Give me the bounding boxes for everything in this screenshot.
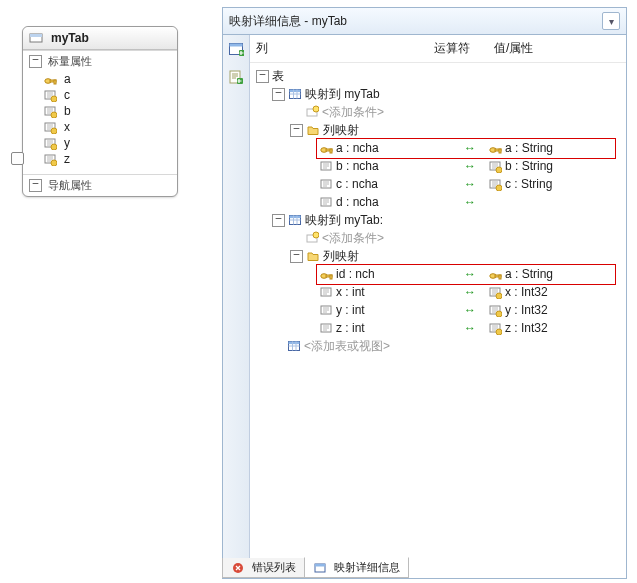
- mapping-icon: [313, 561, 327, 575]
- entity-property[interactable]: c: [43, 87, 171, 103]
- tab-mapping-details[interactable]: 映射详细信息: [304, 557, 409, 578]
- entity-designer-box[interactable]: myTab − 标量属性 acbxyz − 导航属性: [22, 26, 178, 197]
- svg-rect-1: [30, 34, 42, 37]
- add-table-view[interactable]: <添加表或视图>: [256, 337, 622, 355]
- svg-point-23: [313, 106, 319, 112]
- property-name: c: [64, 88, 70, 102]
- header-value: 值/属性: [494, 40, 626, 57]
- add-condition[interactable]: <添加条件>: [256, 229, 622, 247]
- svg-rect-16: [230, 44, 243, 47]
- svg-point-55: [496, 329, 502, 335]
- mapping-row[interactable]: b : ncha↔b : String: [256, 157, 622, 175]
- mapping-details-panel: 映射详细信息 - myTab ▾ 列 运算符 值/属性 −表−映射到 myT: [222, 7, 627, 579]
- column-headers: 列 运算符 值/属性: [250, 35, 626, 63]
- section-label: 导航属性: [48, 178, 92, 193]
- svg-rect-38: [290, 216, 301, 219]
- entity-icon: [29, 31, 43, 45]
- svg-point-32: [496, 167, 502, 173]
- mapping-row[interactable]: y : int↔y : Int32: [256, 301, 622, 319]
- svg-point-8: [51, 112, 57, 118]
- svg-rect-57: [289, 342, 300, 345]
- property-icon: [488, 177, 502, 191]
- mapping-row[interactable]: c : ncha↔c : String: [256, 175, 622, 193]
- property-name: a: [64, 72, 71, 86]
- mapping-row[interactable]: z : int↔z : Int32: [256, 319, 622, 337]
- tab-label: 错误列表: [252, 560, 296, 575]
- column-icon: [319, 285, 333, 299]
- folder-icon: [306, 123, 320, 137]
- svg-point-6: [51, 96, 57, 102]
- property-icon: [43, 104, 57, 118]
- property-name: b: [64, 104, 71, 118]
- tab-error-list[interactable]: 错误列表: [222, 558, 305, 578]
- panel-title-bar[interactable]: 映射详细信息 - myTab ▾: [223, 8, 626, 35]
- root-label: 表: [272, 67, 284, 85]
- entity-property[interactable]: z: [43, 151, 171, 167]
- collapse-icon[interactable]: −: [272, 88, 285, 101]
- bottom-tab-bar: 错误列表 映射详细信息: [222, 557, 626, 578]
- property-icon: [488, 321, 502, 335]
- toolbar-table-button[interactable]: [225, 38, 247, 60]
- header-column: 列: [256, 40, 434, 57]
- condition-icon: [305, 231, 319, 245]
- svg-point-10: [51, 128, 57, 134]
- column-mapping-node[interactable]: −列映射: [256, 247, 622, 265]
- column-icon: [319, 177, 333, 191]
- collapse-icon[interactable]: −: [290, 124, 303, 137]
- header-operator: 运算符: [434, 40, 494, 57]
- property-icon: [43, 120, 57, 134]
- tree-root[interactable]: −表: [256, 67, 622, 85]
- panel-menu-button[interactable]: ▾: [602, 12, 620, 30]
- property-icon: [43, 152, 57, 166]
- svg-point-52: [496, 311, 502, 317]
- mapping-row[interactable]: x : int↔x : Int32: [256, 283, 622, 301]
- property-icon: [488, 159, 502, 173]
- property-icon: [43, 136, 57, 150]
- key-icon: [43, 72, 57, 86]
- column-mapping-node[interactable]: −列映射: [256, 121, 622, 139]
- mapping-row[interactable]: d : ncha↔: [256, 193, 622, 211]
- entity-title-bar[interactable]: myTab: [23, 27, 177, 50]
- property-name: z: [64, 152, 70, 166]
- entity-property[interactable]: y: [43, 135, 171, 151]
- key-icon: [319, 267, 333, 281]
- nav-section-label[interactable]: − 导航属性: [29, 178, 171, 193]
- folder-icon: [306, 249, 320, 263]
- table-icon: [288, 213, 302, 227]
- mapping-tree[interactable]: −表−映射到 myTab<添加条件>−列映射a : ncha↔a : Strin…: [250, 63, 626, 578]
- connector-handle[interactable]: [11, 152, 24, 165]
- collapse-icon[interactable]: −: [272, 214, 285, 227]
- condition-icon: [305, 105, 319, 119]
- svg-point-35: [496, 185, 502, 191]
- property-icon: [488, 303, 502, 317]
- svg-point-12: [51, 144, 57, 150]
- section-label: 标量属性: [48, 54, 92, 69]
- entity-property[interactable]: b: [43, 103, 171, 119]
- map-to-node[interactable]: −映射到 myTab:: [256, 211, 622, 229]
- scalar-section-label[interactable]: − 标量属性: [29, 54, 171, 69]
- panel-title: 映射详细信息 - myTab: [229, 13, 347, 30]
- svg-rect-21: [290, 90, 301, 93]
- column-icon: [319, 195, 333, 209]
- svg-rect-4: [54, 80, 56, 84]
- collapse-icon[interactable]: −: [256, 70, 269, 83]
- svg-point-49: [496, 293, 502, 299]
- toolbar-sproc-button[interactable]: [225, 66, 247, 88]
- table-icon: [287, 339, 301, 353]
- entity-property[interactable]: a: [43, 71, 171, 87]
- entity-scalar-section: − 标量属性 acbxyz: [23, 50, 177, 174]
- key-icon: [319, 141, 333, 155]
- error-icon: [231, 561, 245, 575]
- mapping-row[interactable]: a : ncha↔a : String: [256, 139, 622, 157]
- entity-nav-section: − 导航属性: [23, 174, 177, 196]
- tab-label: 映射详细信息: [334, 560, 400, 575]
- entity-property[interactable]: x: [43, 119, 171, 135]
- collapse-icon[interactable]: −: [29, 179, 42, 192]
- collapse-icon[interactable]: −: [29, 55, 42, 68]
- mapping-row[interactable]: id : nch↔a : String: [256, 265, 622, 283]
- map-to-node[interactable]: −映射到 myTab: [256, 85, 622, 103]
- collapse-icon[interactable]: −: [290, 250, 303, 263]
- svg-point-14: [51, 160, 57, 166]
- add-condition[interactable]: <添加条件>: [256, 103, 622, 121]
- svg-rect-29: [499, 149, 501, 153]
